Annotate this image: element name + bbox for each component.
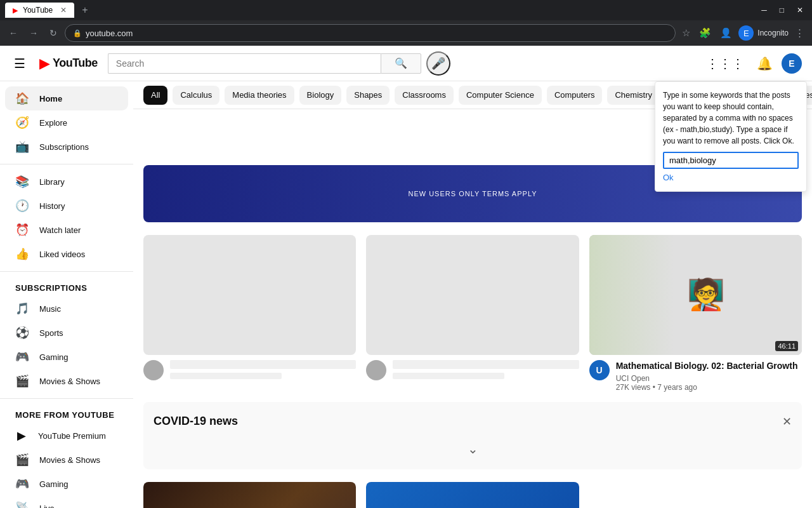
titlebar-left: ▶ YouTube ✕ + [5, 3, 91, 18]
trig-thumb-content: TrigonometryFull Course 🔱 🌐 [366, 482, 579, 508]
incognito-label: Incognito [757, 29, 789, 37]
hamburger-menu-button[interactable]: ☰ [10, 52, 29, 75]
browser-tab[interactable]: ▶ YouTube ✕ [5, 3, 74, 18]
header-right-controls: ⋮⋮⋮ 🔔 E [702, 52, 802, 75]
video-card-trig[interactable]: TrigonometryFull Course 🔱 🌐 9:48:19 A Tr… [366, 482, 579, 508]
video-thumb-candle: 🕯️ 1:00:43 [143, 482, 356, 508]
url-bar[interactable]: 🔒 youtube.com [65, 24, 676, 42]
video-grid-row1: 🧑‍🏫 46:11 U Mathematical Biology. 02: Ba… [143, 235, 802, 392]
filter-chip-media-theories[interactable]: Media theories [225, 86, 294, 105]
nav-back-button[interactable]: ← [5, 25, 22, 41]
tab-title: YouTube [23, 6, 53, 15]
sidebar-label-premium: YouTube Premium [38, 431, 106, 441]
sidebar-label-home: Home [39, 94, 62, 104]
maximize-button[interactable]: □ [776, 4, 788, 16]
url-text: youtube.com [86, 29, 133, 38]
video-card-placeholder-1[interactable] [143, 235, 356, 392]
sidebar-item-music[interactable]: 🎵 Music [5, 297, 128, 321]
filter-chip-chemistry[interactable]: Chemistry [607, 86, 660, 105]
sidebar-item-subscriptions[interactable]: 📺 Subscriptions [5, 135, 128, 159]
youtube-header: ☰ ▶ YouTube 🔍 🎤 ⋮⋮⋮ 🔔 E [0, 46, 812, 81]
youtube-logo[interactable]: ▶ YouTube [39, 55, 98, 72]
video-meta-placeholder-1 [170, 360, 356, 380]
video-card-candle[interactable]: 🕯️ 1:00:43 T Candlelight Study With Me ♩… [143, 482, 356, 508]
new-tab-icon[interactable]: + [79, 4, 90, 16]
channel-avatar-math-bio: U [589, 360, 610, 380]
sidebar-item-youtube-premium[interactable]: ▶ YouTube Premium [5, 424, 128, 448]
search-input[interactable] [108, 53, 381, 74]
sidebar-item-library[interactable]: 📚 Library [5, 170, 128, 194]
video-title-placeholder-1 [170, 360, 356, 369]
search-button[interactable]: 🔍 [381, 53, 421, 74]
filter-chip-classrooms[interactable]: Classrooms [395, 86, 454, 105]
user-avatar[interactable]: E [782, 53, 802, 74]
video-channel-placeholder-1 [170, 373, 282, 379]
video-grid-row2: 🕯️ 1:00:43 T Candlelight Study With Me ♩… [143, 482, 802, 508]
sidebar-item-explore[interactable]: 🧭 Explore [5, 110, 128, 135]
mic-button[interactable]: 🎤 [426, 51, 450, 76]
popup-ok-button[interactable]: Ok [663, 173, 674, 182]
covid-close-button[interactable]: ✕ [782, 415, 792, 429]
minimize-button[interactable]: ─ [757, 4, 771, 16]
video-duration-math-bio: 46:11 [775, 341, 798, 351]
home-icon: 🏠 [15, 91, 29, 105]
sidebar-item-home[interactable]: 🏠 Home [5, 86, 128, 110]
sports-sub-icon: ⚽ [15, 326, 29, 340]
filter-chip-all[interactable]: All [143, 86, 167, 105]
window-controls: ─ □ ✕ [757, 4, 807, 16]
profile-circle-icon[interactable]: 👤 [717, 25, 735, 41]
sidebar-label-live: Live [39, 504, 55, 509]
nav-forward-button[interactable]: → [25, 25, 42, 41]
banner-text: NEW USERS ONLY TERMS APPLY [408, 190, 537, 197]
more-section-title: MORE FROM YOUTUBE [0, 404, 133, 424]
close-button[interactable]: ✕ [793, 4, 807, 16]
bio-thumb-content: 🧑‍🏫 [589, 235, 802, 355]
sidebar-item-movies-more[interactable]: 🎬 Movies & Shows [5, 448, 128, 472]
watch-later-icon: ⏰ [15, 223, 29, 237]
sidebar-label-movies: Movies & Shows [39, 377, 100, 386]
sidebar-label-subscriptions: Subscriptions [39, 142, 89, 152]
video-title-math-bio: Mathematical Biology. 02: Bacterial Grow… [616, 360, 802, 371]
video-info-placeholder-1 [143, 360, 356, 380]
extension-icon[interactable]: 🧩 [697, 25, 714, 41]
explore-icon: 🧭 [15, 116, 29, 130]
liked-icon: 👍 [15, 247, 29, 261]
sidebar-item-history[interactable]: 🕐 History [5, 194, 128, 218]
music-sub-icon: 🎵 [15, 302, 29, 316]
video-card-placeholder-2[interactable] [366, 235, 579, 392]
filter-chip-calculus[interactable]: Calculus [173, 86, 219, 105]
bookmark-star-icon[interactable]: ☆ [679, 25, 693, 41]
sidebar-item-watch-later[interactable]: ⏰ Watch later [5, 218, 128, 242]
video-info-math-bio: U Mathematical Biology. 02: Bacterial Gr… [589, 360, 802, 392]
sidebar-label-library: Library [39, 177, 65, 187]
sidebar-item-sports-sub[interactable]: ⚽ Sports [5, 321, 128, 345]
toolbar-right: ☆ 🧩 👤 E Incognito ⋮ [679, 25, 807, 41]
chrome-menu-icon[interactable]: ⋮ [792, 25, 807, 41]
sidebar-item-gaming-more[interactable]: 🎮 Gaming [5, 472, 128, 496]
notifications-icon[interactable]: 🔔 [753, 52, 776, 75]
filter-chip-shapes[interactable]: Shapes [346, 86, 390, 105]
subscriptions-icon: 📺 [15, 140, 29, 154]
video-card-math-bio[interactable]: 🧑‍🏫 46:11 U Mathematical Biology. 02: Ba… [589, 235, 802, 392]
sidebar-item-live[interactable]: 📡 Live [5, 496, 128, 508]
profile-avatar[interactable]: E [738, 25, 754, 41]
video-meta-placeholder-2 [393, 360, 579, 380]
video-thumb-placeholder-1 [143, 235, 356, 355]
covid-section-header: COVID-19 news ✕ [154, 415, 792, 429]
apps-grid-icon[interactable]: ⋮⋮⋮ [702, 52, 748, 75]
subscriptions-section-title: SUBSCRIPTIONS [0, 277, 133, 297]
search-bar: 🔍 🎤 [108, 51, 450, 76]
sidebar-item-gaming-sub[interactable]: 🎮 Gaming [5, 345, 128, 369]
sidebar-item-liked-videos[interactable]: 👍 Liked videos [5, 242, 128, 266]
gaming-sub-icon: 🎮 [15, 350, 29, 364]
covid-toggle[interactable]: ⌄ [154, 436, 792, 462]
filter-chip-computers[interactable]: Computers [547, 86, 603, 105]
filter-chip-computer-science[interactable]: Computer Science [459, 86, 542, 105]
bio-thumb-figure: 🧑‍🏫 [687, 277, 725, 312]
filter-chip-biology[interactable]: Biology [299, 86, 342, 105]
nav-refresh-button[interactable]: ↻ [46, 25, 61, 41]
popup-keyword-input[interactable] [663, 152, 799, 169]
video-stats-math-bio: 27K views • 7 years ago [616, 383, 802, 392]
sidebar-item-movies-sub[interactable]: 🎬 Movies & Shows [5, 369, 128, 393]
tab-close-icon[interactable]: ✕ [60, 6, 67, 15]
